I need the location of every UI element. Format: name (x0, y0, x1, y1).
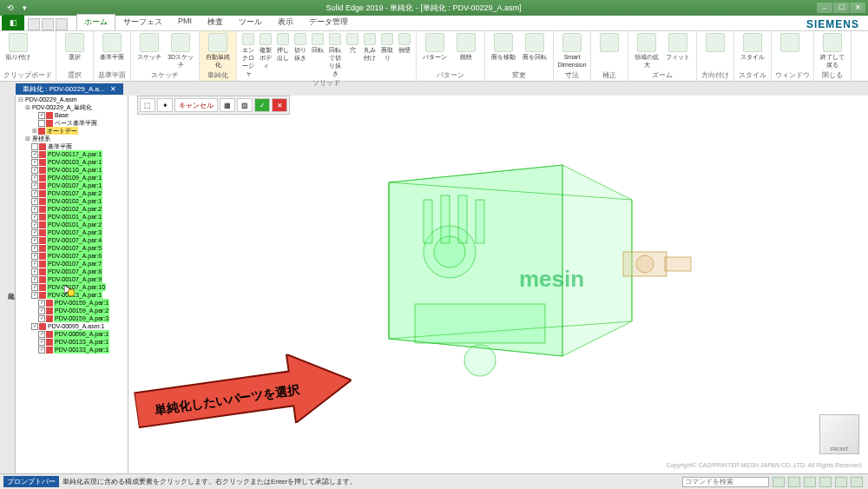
ribbon-tab-ツール[interactable]: ツール (231, 14, 270, 30)
tree-checkbox[interactable]: ✓ (31, 167, 38, 174)
status-icon-3[interactable] (804, 477, 816, 487)
ribbon-button-基準平面[interactable]: 基準平面 (97, 33, 127, 61)
tree-checkbox[interactable]: ✓ (31, 151, 38, 158)
ribbon-button-側壁[interactable]: 側壁 (397, 33, 412, 54)
ribbon-tab-サーフェス[interactable]: サーフェス (115, 14, 170, 30)
tree-checkbox[interactable]: ✓ (31, 284, 38, 291)
tree-checkbox[interactable]: ✓ (31, 292, 38, 299)
tree-node[interactable]: ✓PDV-00109_A.par:1 (16, 174, 128, 182)
ribbon-button-鏡映[interactable]: 鏡映 (451, 33, 481, 61)
tree-checkbox[interactable]: ✓ (38, 331, 45, 338)
tree-node[interactable]: ✓Base (16, 111, 128, 119)
tree-checkbox[interactable]: ✓ (31, 206, 38, 213)
ribbon-button-面を移動[interactable]: 面を移動 (489, 33, 518, 61)
tree-checkbox[interactable]: ✓ (31, 276, 38, 283)
tree-node[interactable]: ⊞座標系 (16, 135, 128, 142)
tree-checkbox[interactable]: ✓ (38, 339, 45, 346)
tree-node[interactable]: ✓PDV-00133_A.par:1 (16, 346, 128, 354)
tree-checkbox[interactable]: ✓ (31, 221, 38, 228)
tree-node[interactable]: ✓PDV-00107_A.par:8 (16, 268, 128, 275)
ribbon-button-Smart Dimension[interactable]: Smart Dimension (557, 33, 587, 69)
document-tab[interactable]: 単純化 : PDV-00229_A.a... ✕ (16, 83, 123, 95)
tree-node[interactable]: ✓PDV-00101_A.par:1 (16, 213, 128, 221)
tree-node[interactable]: ✓PDV-00103_A.par:1 (16, 158, 128, 166)
tree-checkbox[interactable]: ✓ (31, 190, 38, 197)
accept-button[interactable]: ✓ (254, 98, 270, 112)
ribbon-tab-データ管理[interactable]: データ管理 (301, 14, 356, 30)
tree-node[interactable]: ✓PDV-00110_A.par:1 (16, 166, 128, 174)
tree-node[interactable]: ✓PDV-00102_A.par:2 (16, 205, 128, 213)
qat-redo-icon[interactable] (56, 18, 68, 30)
ribbon-button-面取り[interactable]: 面取り (379, 33, 395, 62)
ribbon-tab-ホーム[interactable]: ホーム (76, 14, 115, 30)
tree-node[interactable]: ベース基準平面 (16, 119, 128, 127)
ribbon-button-パターン[interactable]: パターン (420, 33, 450, 61)
tree-node[interactable]: ✓PDV-00102_A.par:1 (16, 197, 128, 205)
menu-dropdown[interactable]: ▾ (19, 3, 30, 13)
tree-checkbox[interactable] (38, 120, 45, 127)
ribbon-button-フィット[interactable]: フィット (663, 33, 693, 61)
ribbon-button-押し出し[interactable]: 押し出し (275, 33, 291, 62)
ribbon-button-複製ボディ[interactable]: 複製ボディ (258, 33, 273, 69)
tree-checkbox[interactable] (31, 143, 38, 150)
tree-checkbox[interactable]: ✓ (31, 214, 38, 221)
status-icon-2[interactable] (788, 477, 800, 487)
status-icon-6[interactable] (851, 477, 863, 487)
tool-icon-2[interactable]: ✦ (157, 98, 173, 112)
status-icon-4[interactable] (819, 477, 832, 487)
tree-node[interactable]: ✓PDV-00133_A.par:1 (16, 338, 128, 346)
command-search-input[interactable] (682, 477, 769, 487)
ribbon-button-切り抜き[interactable]: 切り抜き (293, 33, 308, 62)
close-button[interactable]: ✕ (850, 3, 865, 13)
ribbon-button-面を回転[interactable]: 面を回転 (520, 33, 549, 61)
tree-checkbox[interactable]: ✓ (31, 253, 38, 260)
tree-expand-icon[interactable]: ⊞ (24, 135, 31, 142)
ribbon-button-穴[interactable]: 穴 (345, 33, 360, 54)
tree-checkbox[interactable]: ✓ (38, 347, 45, 354)
tree-checkbox[interactable]: ✓ (38, 307, 45, 314)
tree-expand-icon[interactable]: ⊞ (24, 103, 31, 111)
ribbon-button-icon[interactable] (595, 33, 624, 52)
tree-node[interactable]: ✓PDV-00107_A.par:9 (16, 275, 128, 283)
document-tab-close-icon[interactable]: ✕ (110, 85, 116, 93)
ribbon-button-自動単純化[interactable]: 自動単純化 (203, 33, 233, 69)
view-cube[interactable]: FRONT (819, 414, 859, 454)
tree-node[interactable]: ✓PDV-00159_A.par:3 (16, 314, 128, 322)
tree-node[interactable]: 基準平面 (16, 142, 128, 150)
menu-icon[interactable]: ⟲ (3, 3, 17, 13)
ribbon-button-貼り付け[interactable]: 貼り付け (3, 33, 33, 61)
tree-node[interactable]: ✓PDV-00095_A.asm:1 (16, 322, 128, 330)
status-icon-5[interactable] (835, 477, 847, 487)
ribbon-button-回転で切り抜き[interactable]: 回転で切り抜き (327, 33, 343, 77)
tool-icon-1[interactable]: ⬚ (140, 98, 155, 112)
tree-checkbox[interactable]: ✓ (31, 245, 38, 252)
ribbon-button-スケッチ[interactable]: スケッチ (135, 33, 164, 61)
tree-node[interactable]: ✓PDV-00107_A.par:5 (16, 244, 128, 252)
tree-node[interactable]: ✓PDV-00107_A.par:6 (16, 252, 128, 260)
tree-node[interactable]: ✓PDV-00117_A.par:1 (16, 150, 128, 158)
tree-node[interactable]: ✓PDV-00107_A.par:2 (16, 189, 128, 197)
ribbon-tab-検査[interactable]: 検査 (200, 14, 231, 30)
status-icon-1[interactable] (773, 477, 785, 487)
tree-node[interactable]: ✓PDV-00101_A.par:2 (16, 221, 128, 228)
tree-checkbox[interactable]: ✓ (31, 268, 38, 275)
tree-node[interactable]: ✓PDV-00107_A.par:3 (16, 228, 128, 236)
tree-node[interactable]: ✓PDV-00107_A.par:4 (16, 236, 128, 244)
tree-checkbox[interactable]: ✓ (31, 237, 38, 244)
ribbon-button-選択[interactable]: 選択 (60, 33, 89, 61)
tree-node[interactable]: ✓PDV-00159_A.par:2 (16, 307, 128, 314)
tree-node[interactable]: ✓PDV-00159_A.par:1 (16, 299, 128, 307)
tree-node[interactable]: ✓PDV-00096_A.par:1 (16, 330, 128, 338)
maximize-button[interactable]: ☐ (833, 3, 849, 13)
tree-checkbox[interactable]: ✓ (31, 229, 38, 236)
ribbon-tab-表示[interactable]: 表示 (270, 14, 301, 30)
ribbon-button-3Dスケッチ[interactable]: 3Dスケッチ (166, 33, 195, 69)
tree-checkbox[interactable]: ✓ (38, 315, 45, 322)
tool-icon-4[interactable]: ▧ (237, 98, 253, 112)
ribbon-button-領域の拡大[interactable]: 領域の拡大 (632, 33, 661, 69)
tree-checkbox[interactable]: ✓ (38, 300, 45, 307)
ribbon-button-終了して戻る[interactable]: 終了して戻る (818, 33, 847, 69)
ribbon-button-icon[interactable] (700, 33, 730, 52)
tree-checkbox[interactable]: ✓ (38, 112, 45, 119)
cancel-button[interactable]: キャンセル (174, 98, 218, 112)
